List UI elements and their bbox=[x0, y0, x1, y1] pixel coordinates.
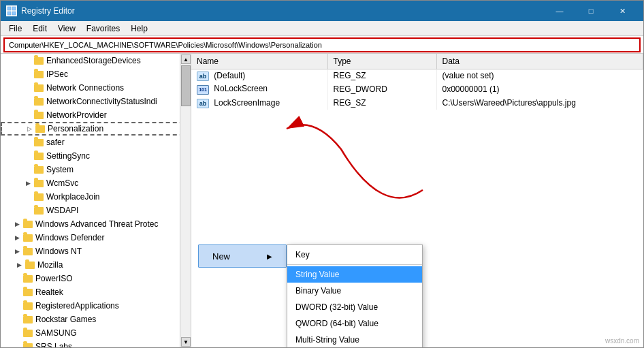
submenu-item-dword-value[interactable]: DWORD (32-bit) Value bbox=[287, 299, 422, 315]
list-item[interactable]: WorkplaceJoin bbox=[1, 190, 191, 204]
expand-icon: ▶ bbox=[12, 246, 22, 257]
tree-item-label: WcmSvc bbox=[46, 178, 78, 188]
list-item[interactable]: ▶ Windows Defender bbox=[1, 231, 191, 244]
scroll-down-arrow[interactable]: ▼ bbox=[181, 337, 191, 347]
svg-rect-2 bbox=[7, 12, 11, 15]
close-button[interactable]: ✕ bbox=[607, 1, 638, 21]
scroll-up-arrow[interactable]: ▲ bbox=[181, 54, 191, 64]
table-row[interactable]: ab LockScreenImage REG_SZ C:\Users\Waree… bbox=[191, 96, 643, 110]
tree-scroll[interactable]: EnhancedStorageDevices IPSec Network Con… bbox=[1, 54, 191, 347]
folder-icon bbox=[22, 232, 33, 243]
expand-icon bbox=[22, 82, 33, 93]
folder-icon bbox=[22, 246, 33, 257]
list-item[interactable]: EnhancedStorageDevices bbox=[1, 54, 191, 67]
folder-icon bbox=[22, 341, 33, 347]
scroll-thumb[interactable] bbox=[181, 65, 191, 106]
registry-editor-window: Registry Editor — □ ✕ File Edit View Fav… bbox=[0, 0, 644, 348]
minimize-button[interactable]: — bbox=[544, 1, 575, 21]
submenu-item-qword-value[interactable]: QWORD (64-bit) Value bbox=[287, 315, 422, 332]
right-panel: Name Type Data ab (Default) REG_SZ (valu… bbox=[191, 54, 643, 347]
list-item[interactable]: ▶ Mozilla bbox=[1, 258, 191, 272]
tree-item-label: SettingSync bbox=[46, 151, 90, 161]
main-content: EnhancedStorageDevices IPSec Network Con… bbox=[1, 54, 643, 347]
list-item[interactable]: Network Connections bbox=[1, 81, 191, 95]
tree-item-label: SRS Labs bbox=[35, 342, 72, 347]
tree-item-label: safer bbox=[46, 138, 65, 147]
tree-item-label: Windows Advanced Threat Protec bbox=[35, 219, 159, 229]
tree-item-label: SAMSUNG bbox=[35, 328, 77, 338]
col-type: Type bbox=[327, 54, 436, 69]
address-bar bbox=[1, 36, 643, 54]
tree-scrollbar[interactable]: ▲ ▼ bbox=[180, 54, 191, 347]
folder-icon bbox=[33, 110, 44, 121]
folder-icon bbox=[35, 123, 46, 134]
tree-item-personalization[interactable]: ▷ Personalization bbox=[1, 122, 191, 136]
menu-edit[interactable]: Edit bbox=[27, 22, 52, 35]
tree-panel: EnhancedStorageDevices IPSec Network Con… bbox=[1, 54, 191, 347]
list-item[interactable]: IPSec bbox=[1, 67, 191, 81]
tree-item-label: IPSec bbox=[46, 69, 68, 79]
dword-icon: 101 bbox=[197, 85, 209, 95]
expand-icon: ▶ bbox=[22, 178, 33, 189]
red-arrow bbox=[246, 95, 450, 231]
submenu-item-key[interactable]: Key bbox=[287, 247, 422, 263]
reg-type: REG_DWORD bbox=[327, 82, 436, 96]
maximize-button[interactable]: □ bbox=[575, 1, 607, 21]
reg-data: (value not set) bbox=[436, 69, 643, 82]
app-icon bbox=[6, 5, 17, 16]
submenu-item-string-value[interactable]: String Value bbox=[287, 266, 422, 283]
expand-icon bbox=[22, 137, 33, 148]
menu-view[interactable]: View bbox=[52, 22, 81, 35]
list-item[interactable]: ▶ Windows NT bbox=[1, 244, 191, 258]
folder-icon bbox=[33, 151, 44, 161]
address-input[interactable] bbox=[3, 37, 641, 52]
submenu-item-label: Multi-String Value bbox=[295, 335, 359, 345]
tree-item-label: Realtek bbox=[35, 287, 63, 297]
submenu-item-multistring-value[interactable]: Multi-String Value bbox=[287, 332, 422, 347]
ab-icon: ab bbox=[197, 99, 209, 108]
folder-icon bbox=[22, 328, 33, 338]
expand-icon bbox=[22, 96, 33, 107]
menu-favorites[interactable]: Favorites bbox=[81, 22, 125, 35]
list-item[interactable]: PowerISO bbox=[1, 272, 191, 285]
tree-item-label: NetworkConnectivityStatusIndi bbox=[46, 97, 157, 106]
list-item[interactable]: Realtek bbox=[1, 285, 191, 299]
expand-icon bbox=[22, 191, 33, 202]
tree-item-label: Network Connections bbox=[46, 83, 124, 93]
folder-icon bbox=[33, 205, 44, 216]
table-row[interactable]: 101 NoLockScreen REG_DWORD 0x00000001 (1… bbox=[191, 82, 643, 96]
svg-rect-3 bbox=[12, 12, 16, 15]
folder-icon bbox=[33, 191, 44, 202]
list-item[interactable]: ▶ Windows Advanced Threat Protec bbox=[1, 217, 191, 231]
list-item[interactable]: RegisteredApplications bbox=[1, 299, 191, 313]
window-title: Registry Editor bbox=[21, 6, 544, 16]
submenu-item-label: QWORD (64-bit) Value bbox=[295, 319, 379, 328]
title-bar: Registry Editor — □ ✕ bbox=[1, 1, 643, 21]
list-item[interactable]: safer bbox=[1, 136, 191, 149]
expand-icon bbox=[12, 314, 22, 325]
reg-data: 0x00000001 (1) bbox=[436, 82, 643, 96]
list-item[interactable]: System bbox=[1, 163, 191, 176]
new-button[interactable]: New ▶ bbox=[198, 244, 287, 268]
menu-file[interactable]: File bbox=[3, 22, 27, 35]
folder-icon bbox=[33, 137, 44, 148]
reg-name: ab (Default) bbox=[191, 69, 327, 82]
list-item[interactable]: SRS Labs bbox=[1, 340, 191, 347]
expand-icon bbox=[12, 273, 22, 284]
expand-icon bbox=[22, 55, 33, 66]
list-item[interactable]: ▶ WcmSvc bbox=[1, 176, 191, 190]
list-item[interactable]: Rockstar Games bbox=[1, 313, 191, 326]
svg-rect-0 bbox=[7, 7, 11, 10]
list-item[interactable]: WSDAPI bbox=[1, 204, 191, 217]
new-button-container: New ▶ bbox=[198, 244, 287, 268]
expand-icon: ▷ bbox=[24, 123, 35, 134]
table-row[interactable]: ab (Default) REG_SZ (value not set) bbox=[191, 69, 643, 82]
list-item[interactable]: SAMSUNG bbox=[1, 326, 191, 340]
menu-help[interactable]: Help bbox=[125, 22, 153, 35]
folder-icon bbox=[33, 178, 44, 189]
folder-icon bbox=[33, 96, 44, 107]
submenu-item-binary-value[interactable]: Binary Value bbox=[287, 283, 422, 299]
list-item[interactable]: NetworkConnectivityStatusIndi bbox=[1, 95, 191, 108]
list-item[interactable]: NetworkProvider bbox=[1, 108, 191, 122]
list-item[interactable]: SettingSync bbox=[1, 149, 191, 163]
